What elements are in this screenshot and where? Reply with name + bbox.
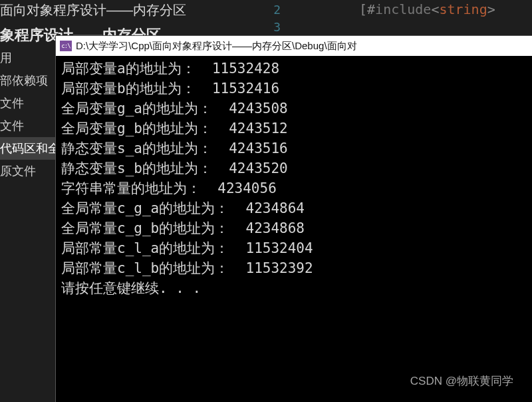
angle-close: > bbox=[487, 1, 495, 17]
tree-item[interactable]: 文件 bbox=[0, 92, 63, 114]
console-window: c:\ D:\大学学习\Cpp\面向对象程序设计——内存分区\Debug\面向对… bbox=[55, 35, 532, 402]
line-number-gutter: 2 3 bbox=[254, 0, 281, 36]
solution-explorer-tree: 用 部依赖项 文件 文件 代码区和全 原文件 bbox=[0, 47, 63, 182]
string-literal: string bbox=[439, 1, 487, 17]
console-title: D:\大学学习\Cpp\面向对象程序设计——内存分区\Debug\面向对 bbox=[76, 40, 357, 53]
angle-open: < bbox=[431, 1, 439, 17]
cmd-icon: c:\ bbox=[60, 41, 72, 51]
console-titlebar[interactable]: c:\ D:\大学学习\Cpp\面向对象程序设计——内存分区\Debug\面向对 bbox=[56, 36, 532, 56]
tree-item-selected[interactable]: 代码区和全 bbox=[0, 137, 63, 160]
code-snippet: [#include<string> bbox=[359, 1, 495, 17]
line-number: 3 bbox=[254, 19, 281, 36]
tree-item[interactable]: 用 bbox=[0, 47, 63, 69]
console-body: 局部变量a的地址为： 11532428 局部变量b的地址为： 11532416 … bbox=[56, 56, 532, 303]
tree-item[interactable]: 原文件 bbox=[0, 160, 63, 182]
hash: # bbox=[367, 1, 375, 17]
tree-item[interactable]: 部依赖项 bbox=[0, 69, 63, 92]
ide-title: 面向对象程序设计——内存分区 bbox=[0, 1, 186, 19]
watermark: CSDN @物联黄同学 bbox=[410, 373, 513, 389]
keyword: include bbox=[375, 1, 431, 17]
bracket: [ bbox=[359, 1, 367, 17]
line-number: 2 bbox=[254, 1, 281, 19]
tree-item[interactable]: 文件 bbox=[0, 114, 63, 137]
